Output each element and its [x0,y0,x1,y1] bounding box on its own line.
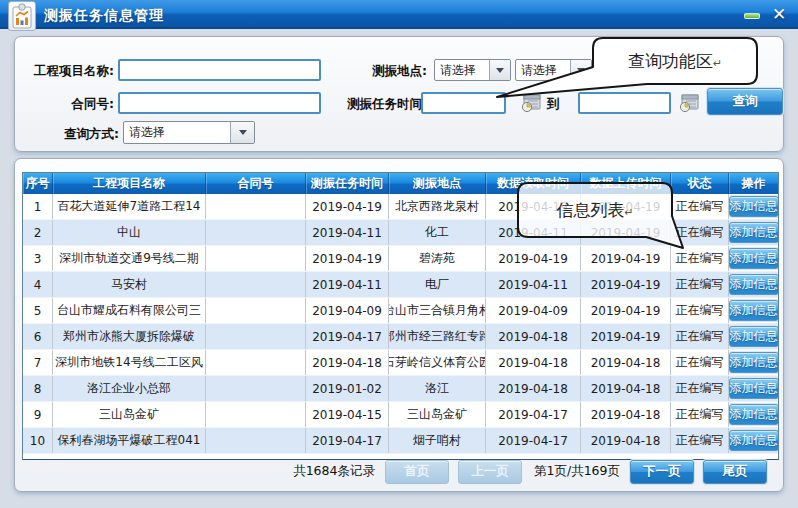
pagination-bar: 共1684条记录 首页 上一页 第1页/共169页 下一页 尾页 [23,459,767,484]
cell-location: 烟子哨村 [389,428,486,453]
cell-read-time: 2019-04-11 [486,220,581,245]
cell-location: 电厂 [389,272,486,297]
cell-status: 正在编写 [671,194,729,219]
col-header-upload-time: 数据上传时间 [581,173,671,194]
add-info-button[interactable]: 添加信息 [729,222,778,243]
cell-location: 化工 [389,220,486,245]
table-row: 10保利春湖场平爆破工程0412019-04-17烟子哨村2019-04-172… [23,428,778,454]
table-row: 5台山市耀成石料有限公司三2019-04-09台山市三合镇月角村2019-04-… [23,298,778,324]
cell-no: 6 [23,324,53,349]
cell-read-time: 2019-04-19 [486,246,581,271]
table-row: 4马安村2019-04-11电厂2019-04-112019-04-19正在编写… [23,272,778,298]
project-name-label: 工程项目名称: [15,60,114,82]
add-info-button[interactable]: 添加信息 [729,300,778,321]
cell-contract [206,194,306,219]
cell-no: 1 [23,194,53,219]
table-row: 7深圳市地铁14号线二工区风2019-04-18石芽岭信义体育公园2019-04… [23,350,778,376]
cell-no: 2 [23,220,53,245]
cell-name: 洛江企业小总部 [53,376,206,401]
location-select-1[interactable]: 请选择 [434,59,511,81]
add-info-button[interactable]: 添加信息 [729,404,778,425]
cell-upload-time: 2019-04-19 [581,324,671,349]
col-header-action: 操作 [729,173,778,194]
add-info-button[interactable]: 添加信息 [729,326,778,347]
project-name-input[interactable] [118,59,321,81]
col-header-project: 工程项目名称 [53,173,206,194]
cell-no: 10 [23,428,53,453]
minimize-icon[interactable] [744,13,760,19]
record-count: 共1684条记录 [293,463,375,480]
cell-action: 添加信息 [729,194,778,219]
add-info-button[interactable]: 添加信息 [729,196,778,217]
table-row: 3深圳市轨道交通9号线二期2019-04-19碧涛苑2019-04-192019… [23,246,778,272]
cell-no: 3 [23,246,53,271]
location-select-2[interactable]: 请选择 [515,59,592,81]
cell-contract [206,298,306,323]
task-time-start-input[interactable] [421,92,506,114]
prev-page-button[interactable]: 上一页 [458,460,522,484]
page-indicator: 第1页/共169页 [534,463,620,480]
to-label: 到 [543,93,563,115]
contract-label: 合同号: [15,93,114,115]
cell-status: 正在编写 [671,350,729,375]
cell-no: 8 [23,376,53,401]
cell-upload-time: 2019-04-19 [581,220,671,245]
cell-upload-time: 2019-04-19 [581,298,671,323]
first-page-button[interactable]: 首页 [385,460,449,484]
cell-status: 正在编写 [671,376,729,401]
cell-name: 百花大道延伸7道路工程14 [53,194,206,219]
table-row: 9三山岛金矿2019-04-15三山岛金矿2019-04-172019-04-1… [23,402,778,428]
data-table: 序号 工程项目名称 合同号 测振任务时间 测振地点 数据读取时间 数据上传时间 … [22,172,779,460]
cell-name: 中山 [53,220,206,245]
table-body: 1百花大道延伸7道路工程142019-04-19北京西路龙泉村2019-04-1… [23,194,778,454]
cell-upload-time: 2019-04-18 [581,350,671,375]
add-info-button[interactable]: 添加信息 [729,248,778,269]
cell-action: 添加信息 [729,350,778,375]
chevron-down-icon[interactable] [489,60,510,80]
chevron-down-icon[interactable] [230,122,254,143]
task-time-end-input[interactable] [578,92,671,114]
close-icon[interactable]: ✕ [768,3,790,25]
cell-status: 正在编写 [671,246,729,271]
cell-task-time: 2019-04-18 [306,350,389,375]
col-header-no: 序号 [23,173,53,194]
add-info-button[interactable]: 添加信息 [729,430,778,451]
table-panel: 序号 工程项目名称 合同号 测振任务时间 测振地点 数据读取时间 数据上传时间 … [14,158,784,492]
col-header-status: 状态 [671,173,729,194]
cell-upload-time: 2019-04-19 [581,194,671,219]
add-info-button[interactable]: 添加信息 [729,378,778,399]
cell-contract [206,246,306,271]
cell-status: 正在编写 [671,272,729,297]
cell-read-time: 2019-04-11 [486,272,581,297]
col-header-contract: 合同号 [206,173,306,194]
contract-input[interactable] [118,92,321,114]
cell-location: 北京西路龙泉村 [389,194,486,219]
add-info-button[interactable]: 添加信息 [729,274,778,295]
cell-action: 添加信息 [729,220,778,245]
last-page-button[interactable]: 尾页 [703,460,767,484]
cell-no: 9 [23,402,53,427]
calendar-icon[interactable] [520,93,542,113]
col-header-location: 测振地点 [389,173,486,194]
cell-contract [206,350,306,375]
query-mode-select[interactable]: 请选择 [123,121,255,144]
chevron-down-icon[interactable] [570,60,591,80]
task-time-label: 测振任务时间: [311,93,427,115]
add-info-button[interactable]: 添加信息 [729,352,778,373]
table-header-row: 序号 工程项目名称 合同号 测振任务时间 测振地点 数据读取时间 数据上传时间 … [23,173,778,194]
cell-read-time: 2019-04-09 [486,298,581,323]
cell-task-time: 2019-04-11 [306,272,389,297]
cell-no: 5 [23,298,53,323]
window-title: 测振任务信息管理 [44,7,164,25]
cell-task-time: 2019-04-17 [306,428,389,453]
cell-upload-time: 2019-04-19 [581,272,671,297]
cell-action: 添加信息 [729,324,778,349]
cell-task-time: 2019-04-17 [306,324,389,349]
cell-status: 正在编写 [671,324,729,349]
cell-no: 7 [23,350,53,375]
next-page-button[interactable]: 下一页 [630,460,694,484]
cell-name: 深圳市轨道交通9号线二期 [53,246,206,271]
cell-read-time: 2019-04-17 [486,428,581,453]
calendar-icon[interactable] [678,93,700,113]
search-button[interactable]: 查询 [707,88,783,115]
